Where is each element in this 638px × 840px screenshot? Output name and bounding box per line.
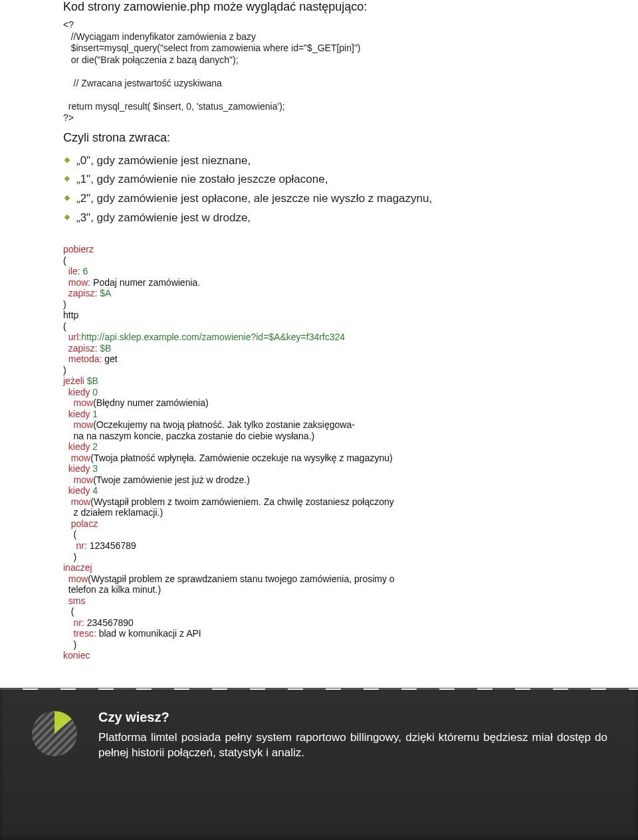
list-item: „3", gdy zamówienie jest w drodze,: [63, 209, 575, 228]
intro-heading: Kod strony zamowienie.php może wyglądać …: [63, 0, 575, 14]
php-code-block: <? //Wyciągam indenyfikator zamówienia z…: [63, 19, 575, 124]
pie-chart-icon: [31, 710, 78, 761]
footer: Czy wiesz? Platforma limtel posiada pełn…: [0, 688, 638, 840]
list-item: „2", gdy zamówienie jest opłacone, ale j…: [63, 189, 575, 209]
status-list: „0", gdy zamówienie jest nieznane, „1", …: [63, 152, 575, 229]
list-item: „1", gdy zamówienie nie zostało jeszcze …: [63, 170, 575, 189]
sub-heading: Czyli strona zwraca:: [63, 131, 575, 145]
footer-body: Platforma limtel posiada pełny system ra…: [98, 730, 607, 761]
list-item: „0", gdy zamówienie jest nieznane,: [63, 152, 575, 171]
document-body: Kod strony zamowienie.php może wyglądać …: [0, 0, 638, 661]
dialplan-script: pobierz ( ile: 6 mow: Podaj numer zamówi…: [63, 244, 575, 661]
footer-title: Czy wiesz?: [98, 710, 607, 725]
